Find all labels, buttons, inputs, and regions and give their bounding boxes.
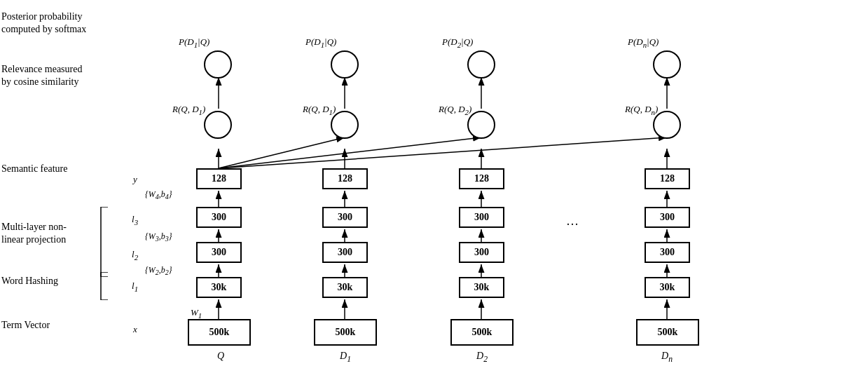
svg-line-27 [219, 137, 667, 168]
q-128-box: 128 [196, 168, 242, 189]
W2b2-label: {W2,b2} [145, 265, 172, 276]
d2-300l3-box: 300 [459, 207, 504, 228]
rqd2-label: R(Q, D2) [439, 104, 471, 116]
rqdn-label: R(Q, Dn) [625, 104, 658, 116]
d1-col-label: D1 [335, 351, 356, 364]
arrows-svg [0, 0, 868, 373]
dn-300l2-box: 300 [645, 242, 690, 263]
d2-300l2-box: 300 [459, 242, 504, 263]
q-300l2-box: 300 [196, 242, 242, 263]
term-vector-label: Term Vector [1, 319, 50, 332]
dn-128-box: 128 [645, 168, 690, 189]
q-30k-box: 30k [196, 277, 242, 298]
W3b3-label: {W3,b3} [145, 231, 172, 243]
rqd1-label2: R(Q, D1) [303, 104, 336, 116]
d1-128-box: 128 [322, 168, 368, 189]
rqd1-label: R(Q, D1) [172, 104, 205, 116]
word-hashing-label: Word Hashing [1, 275, 58, 287]
d2-prob-circle [467, 50, 495, 79]
W4b4-label: {W4,b4} [145, 189, 172, 201]
ellipsis: … [566, 214, 579, 229]
multilayer-label: Multi-layer non-linear projection [1, 221, 67, 246]
bracket-svg [95, 207, 109, 277]
diagram: Posterior probabilitycomputed by softmax… [0, 0, 868, 373]
x-label: x [133, 324, 137, 335]
d1-prob-circle [331, 50, 359, 79]
y-label: y [133, 174, 137, 185]
l3-label: l3 [132, 214, 138, 226]
d2-500k-box: 500k [450, 319, 514, 346]
svg-line-26 [219, 137, 481, 168]
q-prob-circle [204, 50, 232, 79]
pd1q-label: P(D1|Q) [179, 36, 209, 49]
bracket-wh-svg [95, 272, 109, 300]
l2-label: l2 [132, 249, 138, 262]
dn-prob-circle [653, 50, 681, 79]
semantic-label: Semantic feature [1, 163, 67, 175]
d1-500k-box: 500k [314, 319, 377, 346]
relevance-label: Relevance measuredby cosine similarity [1, 63, 82, 88]
d2-30k-box: 30k [459, 277, 504, 298]
q-300l3-box: 300 [196, 207, 242, 228]
q-500k-box: 500k [188, 319, 251, 346]
W1-label: W1 [191, 307, 202, 320]
left-labels: Posterior probabilitycomputed by softmax… [0, 0, 123, 373]
pd2q-label: P(D2|Q) [442, 36, 473, 49]
dn-30k-box: 30k [645, 277, 690, 298]
dn-col-label: Dn [656, 351, 677, 364]
l1-label: l1 [132, 280, 138, 293]
d1-300l2-box: 300 [322, 242, 368, 263]
pdnq-label: P(Dn|Q) [628, 36, 659, 49]
dn-500k-box: 500k [636, 319, 699, 346]
d1-300l3-box: 300 [322, 207, 368, 228]
dn-300l3-box: 300 [645, 207, 690, 228]
d2-col-label: D2 [471, 351, 492, 364]
posterior-label: Posterior probabilitycomputed by softmax [1, 11, 86, 36]
d1-30k-box: 30k [322, 277, 368, 298]
pd1q-label2: P(D1|Q) [305, 36, 336, 49]
svg-line-25 [219, 137, 345, 168]
q-col-label: Q [210, 351, 231, 362]
d2-128-box: 128 [459, 168, 504, 189]
q-circle [204, 111, 232, 139]
